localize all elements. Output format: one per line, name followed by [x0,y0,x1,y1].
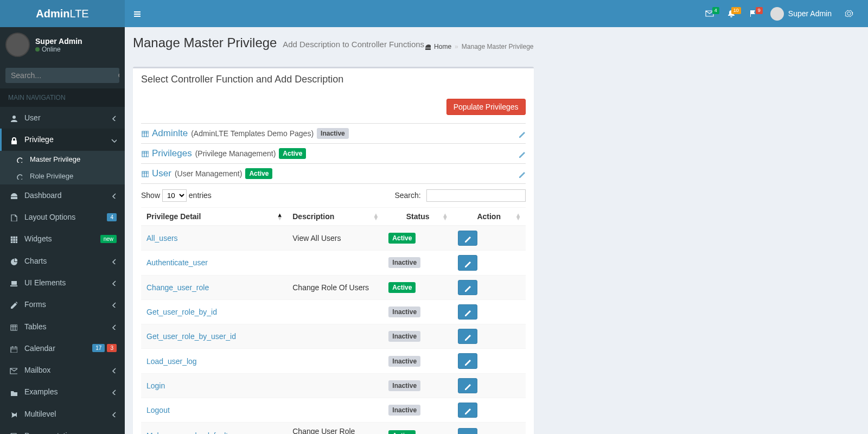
sidebar-item-layout[interactable]: Layout Options4 [0,206,125,228]
edit-controller-button[interactable] [518,129,526,138]
privilege-detail-link[interactable]: Get_user_role_by_user_id [146,332,236,341]
edit-row-button[interactable] [458,329,477,344]
top-user-name: Super Admin [788,9,832,18]
privilege-detail-link[interactable]: Get_user_role_by_id [146,308,217,316]
edit-row-button[interactable] [458,255,477,270]
nav-notifications[interactable]: 10 [720,4,742,23]
privilege-detail-link[interactable]: All_users [146,234,178,242]
sidebar-item-ui[interactable]: UI Elements [0,272,125,293]
pencil-icon [518,130,526,138]
dashboard-icon [424,43,431,50]
sidebar-item-forms[interactable]: Forms [0,293,125,315]
col-action[interactable]: Action▲▼ [452,208,526,226]
privilege-description [287,349,383,373]
nav-messages[interactable]: 4 [699,4,720,23]
edit-controller-button[interactable] [518,169,526,178]
sidebar-item-privilege[interactable]: Privilege [0,129,125,150]
search-input[interactable] [5,68,111,83]
edit-row-button[interactable] [458,378,477,393]
nav-user-menu[interactable]: Super Admin [764,3,838,25]
dashboard-icon [10,192,17,200]
privilege-detail-link[interactable]: Change_user_role [146,283,209,292]
logo[interactable]: AdminLTE [0,0,125,27]
sidebar-item-examples[interactable]: Examples [0,381,125,403]
table-row: Get_user_role_by_user_idInactive [141,324,526,349]
populate-privileges-button[interactable]: Populate Privileges [446,99,526,115]
sidebar-item-tables[interactable]: Tables [0,315,125,337]
pie-chart-icon [10,258,17,265]
sidebar-item-mailbox[interactable]: Mailbox [0,359,125,381]
nav-tasks[interactable]: 9 [742,4,764,23]
main-header: AdminLTE 4 10 9 [0,0,868,27]
sidebar-item-user[interactable]: User [0,107,125,129]
calendar-badge-1: 17 [92,344,105,352]
controller-link[interactable]: Adminlte [152,128,188,139]
messages-badge: 4 [712,7,719,14]
files-icon [10,214,17,221]
chevron-left-icon [110,411,117,417]
edit-row-button[interactable] [458,231,477,246]
controller-link[interactable]: User [152,168,171,179]
privilege-detail-link[interactable]: Load_user_log [146,357,197,366]
main-box: Select Controller Function and Add Descr… [133,67,534,434]
sidebar-sub-role-privilege[interactable]: Role Privilege [0,168,125,184]
sidebar-sub-master-privilege[interactable]: Master Privilege [0,151,125,168]
box-title: Select Controller Function and Add Descr… [141,74,526,85]
table-row: LoginInactive [141,373,526,398]
search-button[interactable] [111,68,119,83]
pencil-icon [464,333,471,341]
pencil-icon [464,382,471,390]
nav-settings[interactable] [838,4,860,23]
edit-row-button[interactable] [458,403,477,418]
privilege-description: Change Role Of Users [287,275,383,299]
privilege-detail-link[interactable]: Make_user_role_default [146,431,228,434]
sort-down-icon: ▼ [515,216,521,220]
col-privilege-detail[interactable]: Privilege Detail▲▼ [141,208,287,226]
privilege-detail-link[interactable]: Logout [146,406,170,414]
status-badge: Inactive [388,380,420,391]
edit-row-button[interactable] [458,353,477,368]
sidebar-user-panel: Super Admin Online [0,27,125,62]
circle-icon [16,173,22,180]
status-badge: Active [388,430,416,434]
avatar-icon [770,7,784,21]
edit-row-button[interactable] [458,280,477,295]
sidebar-item-dashboard[interactable]: Dashboard [0,184,125,206]
breadcrumb-home[interactable]: Home [434,43,451,50]
chevron-left-icon [110,301,117,308]
length-select[interactable]: 10 [162,189,187,202]
table-row: Authenticate_userInactive [141,251,526,275]
top-navbar: 4 10 9 Super Admin [125,0,868,27]
sidebar-toggle[interactable] [125,1,150,26]
pencil-icon [518,170,526,178]
breadcrumb-current: Manage Master Privilege [462,43,534,50]
privilege-description [287,398,383,423]
main-sidebar: Super Admin Online MAIN NAVIGATION User … [0,27,125,434]
sidebar-item-widgets[interactable]: Widgetsnew [0,228,125,250]
col-status[interactable]: Status▲▼ [383,208,452,226]
sidebar-item-documentation[interactable]: Documentation [0,425,125,434]
table-icon [141,130,149,137]
privilege-detail-link[interactable]: Login [146,381,165,390]
datatable-search-input[interactable] [426,189,526,202]
status-badge: Active [279,148,306,159]
share-icon [10,411,17,418]
col-description[interactable]: Description▲▼ [287,208,383,226]
layout-badge: 4 [107,213,117,221]
controller-panel: User (User Management) Active [141,164,526,184]
sidebar-item-charts[interactable]: Charts [0,250,125,271]
privilege-detail-link[interactable]: Authenticate_user [146,258,208,267]
breadcrumb: Home » Manage Master Privilege [424,43,533,50]
sidebar-item-calendar[interactable]: Calendar173 [0,337,125,359]
avatar [5,33,30,57]
user-icon [10,114,17,122]
chevron-left-icon [110,388,117,395]
edit-row-button[interactable] [458,428,477,434]
bars-icon [133,10,142,18]
edit-row-button[interactable] [458,304,477,320]
status-badge: Inactive [388,331,420,342]
controller-link[interactable]: Privileges [152,148,192,159]
edit-controller-button[interactable] [518,149,526,158]
calendar-badge-2: 3 [107,344,117,352]
sidebar-item-multilevel[interactable]: Multilevel [0,403,125,425]
